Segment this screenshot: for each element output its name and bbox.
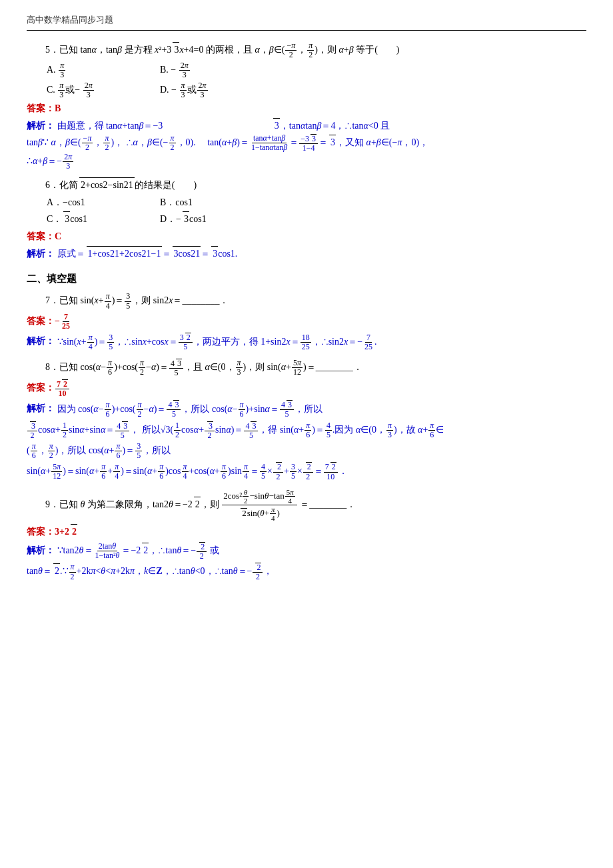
problem-9-text: 9．已知 θ 为第二象限角，tan2θ＝−22，则 2cos²θ2−sinθ−t… [27,488,586,522]
answer-5: 答案：B [27,101,586,116]
problem-5-text: 5．已知 tanα，tanβ 是方程 x²+33x+4=0 的两根，且 α，β∈… [27,41,586,59]
option-6-D: D．−3cos1 [160,211,253,227]
problem-9: 9．已知 θ 为第二象限角，tan2θ＝−22，则 2cos²θ2−sinθ−t… [27,488,586,582]
option-C: C. π3或− 2π3 [47,81,140,99]
section-2-header: 二、填空题 [27,271,586,287]
problem-6-text: 6．化简2+cos2−sin21的结果是( ) [27,177,586,193]
problem-6-options: A．−cos1 B．cos1 C．3cos1 D．−3cos1 [47,195,586,227]
problem-6: 6．化简2+cos2−sin21的结果是( ) A．−cos1 B．cos1 C… [27,177,586,261]
option-A: A. π3 [47,61,140,79]
option-6-B: B．cos1 [160,195,253,210]
answer-7: 答案：−725 [27,313,586,331]
option-D: D. − π3或2π3 [160,81,253,99]
problem-8-text: 8．已知 cos(α−π6)+cos(π2−α)＝435，且 α∈(0，π3)，… [27,359,586,377]
analysis-6: 解析： 原式＝1+cos21+2cos21−1＝3cos21＝3cos1. [27,246,586,261]
option-row-2: C. π3或− 2π3 D. − π3或2π3 [47,81,586,99]
analysis-7: 解析： ∵sin(x+π4)＝35，∴sinx+cosx＝325，两边平方，得 … [27,333,586,351]
option-row-6-1: A．−cos1 B．cos1 [47,195,586,210]
analysis-9: 解析： ∵tan2θ＝2tanθ1−tan²θ＝−22，∴tanθ＝−22 或 … [27,542,586,582]
problem-7: 7．已知 sin(x+π4)＝35，则 sin2x＝________． 答案：−… [27,292,586,351]
option-6-A: A．−cos1 [47,195,140,210]
option-row-1: A. π3 B. − 2π3 [47,61,586,79]
answer-6: 答案：C [27,229,586,244]
option-6-C: C．3cos1 [47,211,140,227]
analysis-5: 解析： 由题意，得 tanα+tanβ＝−3 3，tanαtanβ＝4，∴tan… [27,118,586,171]
answer-8: 答案：7210 [27,379,586,398]
page-header: 高中数学精品同步习题 [27,13,586,31]
option-row-6-2: C．3cos1 D．−3cos1 [47,211,586,227]
problem-5-options: A. π3 B. − 2π3 C. π3或− 2π3 D. − π3或2π3 [47,61,586,99]
problem-8: 8．已知 cos(α−π6)+cos(π2−α)＝435，且 α∈(0，π3)，… [27,359,586,481]
answer-9: 答案：3+22 [27,524,586,539]
analysis-8: 解析： 因为 cos(α−π6)+cos(π2−α)＝435，所以 cos(α−… [27,400,586,481]
header-title: 高中数学精品同步习题 [27,15,113,25]
problem-5: 5．已知 tanα，tanβ 是方程 x²+33x+4=0 的两根，且 α，β∈… [27,41,586,171]
problem-7-text: 7．已知 sin(x+π4)＝35，则 sin2x＝________． [27,292,586,310]
option-B: B. − 2π3 [160,61,253,79]
